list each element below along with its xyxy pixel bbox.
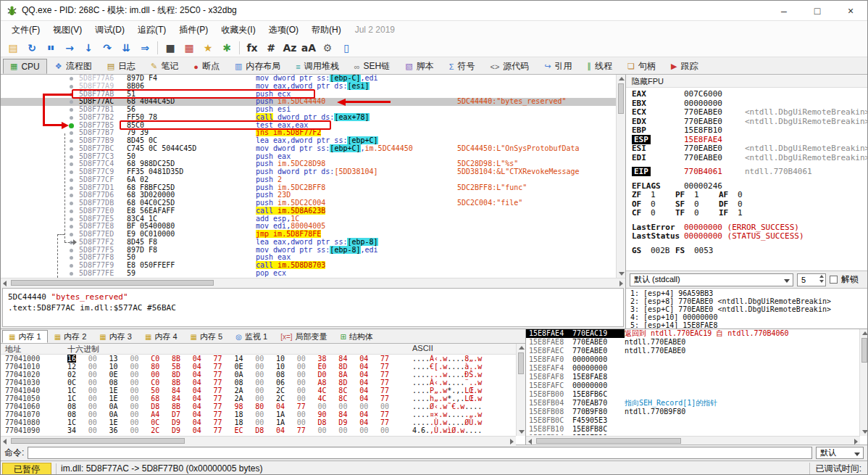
memory-byte[interactable]: 77 <box>214 410 235 418</box>
tab-memory-5[interactable]: ▦内存 5 <box>184 330 230 343</box>
menu-item[interactable]: 追踪(T) <box>131 22 172 38</box>
tab-references[interactable]: ↪引用 <box>537 59 579 74</box>
memory-byte[interactable]: 00 <box>88 371 109 379</box>
tab-threads[interactable]: ∥线程 <box>580 59 620 74</box>
disasm-row[interactable]: 5D8F77BCC745 0C 5044C45Dmov dword ptr ss… <box>1 145 625 153</box>
restart-button[interactable]: ↻ <box>22 39 41 57</box>
memory-byte[interactable]: 8C <box>338 387 359 395</box>
memory-byte[interactable]: C0 <box>151 379 172 387</box>
instruction-dot[interactable] <box>70 85 73 88</box>
memory-byte[interactable]: 00 <box>130 379 151 387</box>
memory-byte[interactable]: 5B <box>172 363 193 371</box>
memory-byte[interactable]: EC <box>234 426 255 434</box>
memory-byte[interactable]: 2A <box>234 395 255 402</box>
stack-row[interactable]: 15E8FAF000000000 <box>526 355 859 364</box>
memory-byte[interactable]: 08 <box>67 402 88 410</box>
memory-byte[interactable]: 00 <box>130 371 151 379</box>
memory-byte[interactable]: 08 <box>276 371 297 379</box>
font-button[interactable]: aA <box>299 39 318 57</box>
memory-byte[interactable]: 0A <box>234 371 255 379</box>
instruction-dot[interactable] <box>70 162 73 166</box>
memory-byte[interactable]: 04 <box>359 395 380 402</box>
memory-byte[interactable]: 77 <box>380 355 401 363</box>
memory-byte[interactable]: 00 <box>359 402 380 410</box>
menu-item[interactable]: 插件(P) <box>172 22 214 38</box>
memory-vertical-scrollbar[interactable] <box>516 344 525 436</box>
instruction-dot[interactable] <box>70 218 73 221</box>
tab-watch-1[interactable]: ◎监视 1 <box>229 330 274 343</box>
memory-byte[interactable]: 00 <box>255 371 276 379</box>
argument-row[interactable]: 3: [esp+C] 770EABE0 <ntdll.DbgUiRemoteBr… <box>626 305 868 313</box>
stack-row[interactable]: 15E8FAEC770EABE0ntdll.770EABE0 <box>526 347 859 355</box>
stack-row[interactable]: 15E8FAF400000000 <box>526 364 859 373</box>
instruction-dot[interactable] <box>70 233 73 236</box>
memory-byte[interactable]: 00 <box>88 363 109 371</box>
stack-row[interactable]: 15E8FB04770EAB70指向SEH_Record[1]的指针 <box>526 399 859 408</box>
stop-button[interactable]: ■ <box>161 39 180 57</box>
memory-byte[interactable]: 00 <box>297 379 318 387</box>
memory-byte[interactable]: 84 <box>338 410 359 418</box>
memory-byte[interactable]: 00 <box>255 387 276 395</box>
memory-byte[interactable]: 00 <box>255 410 276 418</box>
stack-row[interactable]: 15E8FB0015E8FB6C <box>526 390 859 399</box>
memory-byte[interactable]: 8A <box>338 371 359 379</box>
register-row[interactable]: LastStatus00000000 (STATUS_SUCCESS) <box>626 232 868 241</box>
scrollbar-thumb[interactable] <box>11 438 185 444</box>
memory-byte[interactable]: 00 <box>88 395 109 402</box>
tab-memory-map[interactable]: ▥内存布局 <box>228 59 288 74</box>
tab-locals[interactable]: [x=]局部变量 <box>274 330 333 343</box>
register-row[interactable]: OF0SF0DF0 <box>626 200 868 210</box>
tab-source[interactable]: <>源代码 <box>483 59 536 74</box>
memory-byte[interactable]: 4C <box>318 395 339 402</box>
tab-struct[interactable]: ⊞结构体 <box>334 330 380 343</box>
memory-byte[interactable]: 00 <box>88 426 109 434</box>
memory-byte[interactable]: 77 <box>380 395 401 402</box>
memory-byte[interactable]: 04 <box>193 387 214 395</box>
instruction-dot[interactable] <box>70 256 73 260</box>
menu-item[interactable]: 文件(F) <box>5 22 46 38</box>
register-row[interactable]: EFLAGS00000246 <box>626 182 868 191</box>
memory-byte[interactable]: 77 <box>214 418 235 426</box>
memory-byte[interactable]: 00 <box>338 402 359 410</box>
memory-byte[interactable]: 04 <box>276 402 297 410</box>
tab-memory-3[interactable]: ▦内存 3 <box>93 330 138 343</box>
memory-byte[interactable]: 77 <box>214 395 235 402</box>
memory-byte[interactable]: 38 <box>318 355 339 363</box>
register-row[interactable]: ECX770EABE0<ntdll.DbgUiRemoteBreakin> <box>626 108 868 117</box>
memory-byte[interactable]: 16 <box>67 355 88 363</box>
memory-byte[interactable]: 00 <box>359 426 380 434</box>
memory-byte[interactable]: 1A <box>276 418 297 426</box>
stack-row[interactable]: 15E8FAE4770EAC19返回到 ntdll.770EAC19 自 ntd… <box>526 329 859 338</box>
memory-byte[interactable]: 00 <box>130 410 151 418</box>
disasm-row[interactable]: 5D8F77E0E8 56EAFAFFcall im.5D8A623B <box>1 207 625 215</box>
memory-byte[interactable]: 04 <box>359 355 380 363</box>
memory-byte[interactable]: 00 <box>151 371 172 379</box>
memory-byte[interactable]: 00 <box>255 379 276 387</box>
memory-byte[interactable]: D9 <box>172 418 193 426</box>
memory-byte[interactable]: 04 <box>193 395 214 402</box>
memory-byte[interactable]: 04 <box>193 379 214 387</box>
disasm-row[interactable]: 5D8F77FE59pop ecx <box>1 270 625 278</box>
tab-memory-2[interactable]: ▦内存 2 <box>48 330 93 343</box>
memory-byte[interactable]: 04 <box>193 410 214 418</box>
instruction-dot[interactable] <box>70 186 73 190</box>
instruction-dot[interactable] <box>70 264 73 268</box>
hide-fpu-button[interactable]: 隐藏FPU <box>626 75 868 88</box>
disasm-horizontal-scrollbar[interactable] <box>1 278 625 287</box>
instruction-dot[interactable] <box>70 77 73 80</box>
case-button[interactable]: Az <box>280 39 299 57</box>
memory-byte[interactable]: E0 <box>318 363 339 371</box>
instruction-dot[interactable] <box>70 139 73 143</box>
memory-byte[interactable]: 00 <box>130 426 151 434</box>
argument-row[interactable]: 4: [esp+10] 00000000 <box>626 313 868 321</box>
memory-byte[interactable]: 68 <box>151 395 172 402</box>
preferences-button[interactable]: ⚙ <box>318 39 337 57</box>
memory-byte[interactable]: 8B <box>172 402 193 410</box>
register-row[interactable]: EIP770B4061ntdll.770B4061 <box>626 168 868 177</box>
memory-byte[interactable]: 0A <box>109 402 130 410</box>
memory-byte[interactable]: D0 <box>318 371 339 379</box>
register-row[interactable]: ZF1PF1AF0 <box>626 191 868 200</box>
memory-byte[interactable]: 84 <box>172 387 193 395</box>
memory-byte[interactable]: 00 <box>130 418 151 426</box>
memory-row[interactable]: 77041090340036002CD90477ECD8047700000000… <box>1 426 525 434</box>
